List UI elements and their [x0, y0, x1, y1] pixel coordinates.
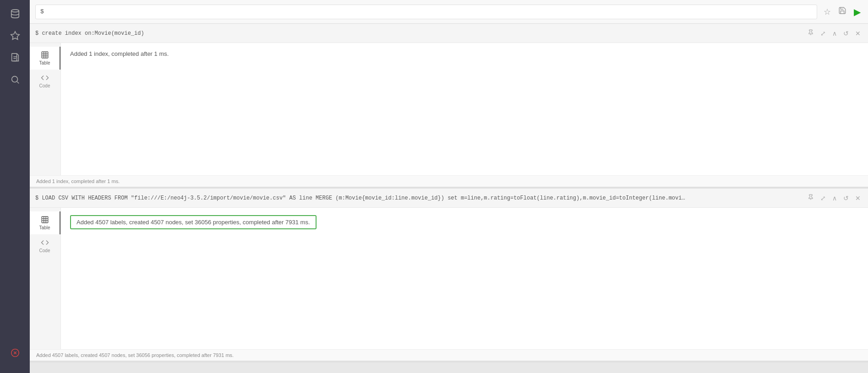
panel-1-body: Table Code Added 1 index, completed afte…	[30, 43, 868, 175]
panel-2-header: $ LOAD CSV WITH HEADERS FROM "file:///E:…	[30, 189, 868, 208]
panel-1-code-tab[interactable]: Code	[30, 70, 60, 92]
svg-point-5	[11, 76, 17, 82]
panel-2-expand-btn[interactable]: ⤢	[819, 193, 828, 203]
main-area: ☆ ▶ $ create index on:Movie(movie_id)	[30, 0, 868, 373]
panel-1-command: $ create index on:Movie(movie_id)	[35, 30, 801, 37]
top-query-bar: ☆ ▶	[30, 0, 868, 24]
panel-2-code-tab[interactable]: Code	[30, 234, 60, 257]
save-button[interactable]	[836, 5, 848, 19]
sidebar	[0, 0, 30, 373]
panel-1-table-tab[interactable]: Table	[30, 47, 60, 70]
panel-2-code-tab-label: Code	[39, 248, 50, 253]
panel-2-command: $ LOAD CSV WITH HEADERS FROM "file:///E:…	[35, 195, 801, 201]
query-panel-2: $ LOAD CSV WITH HEADERS FROM "file:///E:…	[30, 189, 868, 362]
svg-rect-2	[11, 54, 16, 61]
svg-rect-11	[42, 52, 48, 58]
svg-marker-1	[11, 32, 19, 39]
panel-2-pin-btn[interactable]	[806, 193, 816, 203]
database-icon[interactable]	[6, 5, 24, 23]
panel-1-result-text: Added 1 index, completed after 1 ms.	[70, 50, 169, 57]
panel-1-side-tabs: Table Code	[30, 43, 61, 175]
query-panel-1: $ create index on:Movie(movie_id) ⤢ ∧ ↺ …	[30, 24, 868, 189]
star-icon[interactable]	[6, 27, 24, 45]
favorite-button[interactable]: ☆	[822, 5, 833, 19]
panel-2-footer: Added 4507 labels, created 4507 nodes, s…	[30, 349, 868, 361]
top-bar-actions: ☆ ▶	[822, 5, 863, 19]
panel-2-table-tab[interactable]: Table	[30, 211, 60, 234]
panel-2-close-btn[interactable]: ✕	[853, 193, 863, 203]
document-icon[interactable]	[6, 49, 24, 67]
panels-container: $ create index on:Movie(movie_id) ⤢ ∧ ↺ …	[30, 24, 868, 373]
panel-2-header-actions: ⤢ ∧ ↺ ✕	[806, 193, 863, 203]
panel-2-footer-text: Added 4507 labels, created 4507 nodes, s…	[36, 352, 234, 358]
query-input[interactable]	[35, 5, 817, 19]
panel-2-collapse-btn[interactable]: ∧	[830, 193, 839, 203]
panel-1-footer-text: Added 1 index, completed after 1 ms.	[36, 178, 120, 184]
panel-1-close-btn[interactable]: ✕	[853, 28, 863, 38]
panel-1-refresh-btn[interactable]: ↺	[841, 28, 851, 38]
search-icon[interactable]	[6, 70, 24, 89]
panel-1-content: Added 1 index, completed after 1 ms.	[61, 43, 868, 175]
panel-1-code-tab-label: Code	[39, 83, 50, 88]
svg-line-6	[17, 81, 19, 83]
panel-1-header: $ create index on:Movie(movie_id) ⤢ ∧ ↺ …	[30, 24, 868, 43]
svg-point-0	[11, 10, 19, 12]
svg-rect-17	[42, 216, 48, 223]
panel-1-footer: Added 1 index, completed after 1 ms.	[30, 175, 868, 187]
panel-1-pin-btn[interactable]	[806, 28, 816, 38]
panel-2-result-text: Added 4507 labels, created 4507 nodes, s…	[70, 215, 317, 229]
panel-2-side-tabs: Table Code	[30, 208, 61, 349]
panel-1-expand-btn[interactable]: ⤢	[819, 28, 828, 38]
panel-1-header-actions: ⤢ ∧ ↺ ✕	[806, 28, 863, 38]
panel-1-collapse-btn[interactable]: ∧	[830, 28, 839, 38]
run-button[interactable]: ▶	[852, 5, 863, 19]
panel-2-content: Added 4507 labels, created 4507 nodes, s…	[61, 208, 868, 349]
panel-2-refresh-btn[interactable]: ↺	[841, 193, 851, 203]
panel-1-table-tab-label: Table	[39, 60, 50, 65]
error-icon[interactable]	[6, 344, 24, 362]
panel-2-body: Table Code Added 4507 labels, created 45…	[30, 208, 868, 349]
panel-2-table-tab-label: Table	[39, 225, 50, 230]
